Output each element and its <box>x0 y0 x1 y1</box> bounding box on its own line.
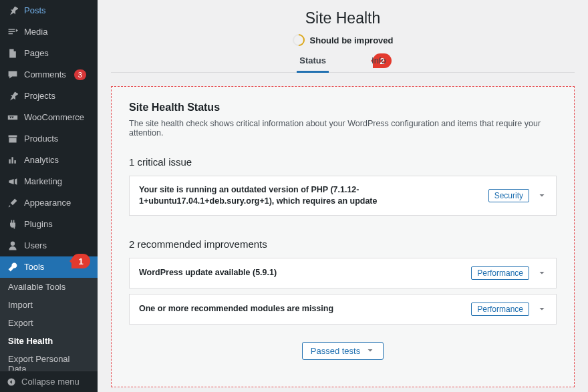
sidebar-item-media[interactable]: Media <box>0 21 98 43</box>
submenu-item-export-personal-data[interactable]: Export Personal Data <box>0 350 98 371</box>
recommended-issue-row[interactable]: WordPress update available (5.9.1)Perfor… <box>129 258 557 288</box>
pin-icon <box>7 5 19 16</box>
archive-icon <box>7 134 19 144</box>
panel-heading: Site Health Status <box>129 102 557 114</box>
sidebar-item-label: Media <box>24 26 47 38</box>
sidebar-item-appearance[interactable]: Appearance <box>0 192 98 214</box>
plug-icon <box>7 219 19 230</box>
issue-text: Your site is running an outdated version… <box>139 184 480 207</box>
user-icon <box>7 240 19 251</box>
issue-tag: Performance <box>471 303 529 316</box>
passed-tests-button[interactable]: Passed tests <box>302 342 384 360</box>
collapse-menu-label: Collapse menu <box>21 377 80 387</box>
pin-icon <box>7 91 19 102</box>
sidebar-item-label: Projects <box>24 90 55 102</box>
submenu-item-site-health[interactable]: Site Health <box>0 332 98 350</box>
sidebar-item-label: Comments <box>24 69 66 81</box>
critical-issues-heading: 1 critical issue <box>129 156 557 168</box>
collapse-menu-button[interactable]: Collapse menu <box>0 371 98 392</box>
woo-icon <box>7 112 19 123</box>
sidebar-item-analytics[interactable]: Analytics <box>0 150 98 171</box>
sidebar-submenu: Available ToolsImportExportSite HealthEx… <box>0 278 98 371</box>
annotation-callout-1: 1 <box>71 254 90 268</box>
sidebar-item-label: Appearance <box>24 197 71 209</box>
sidebar-item-label: Tools <box>24 261 44 273</box>
progress-ring-icon <box>290 31 307 48</box>
main-content: 2 Site Health Should be improved Status … <box>98 0 588 392</box>
sidebar-item-label: Marketing <box>24 176 62 188</box>
page-title: Site Health <box>111 9 575 27</box>
sidebar-item-plugins[interactable]: Plugins <box>0 214 98 235</box>
sidebar-item-label: WooCommerce <box>24 112 84 124</box>
sidebar-item-marketing[interactable]: Marketing <box>0 171 98 192</box>
submenu-item-available-tools[interactable]: Available Tools <box>0 278 98 296</box>
megaphone-icon <box>7 176 19 187</box>
site-health-panel: Site Health Status The site health check… <box>111 86 575 387</box>
brush-icon <box>7 198 19 208</box>
sidebar-item-label: Posts <box>24 5 46 17</box>
sidebar-item-label: Plugins <box>24 218 53 230</box>
sidebar-item-projects[interactable]: Projects <box>0 85 98 107</box>
chevron-down-icon <box>537 268 547 278</box>
page-icon <box>7 48 19 59</box>
wrench-icon <box>7 262 19 272</box>
sidebar-item-woocommerce[interactable]: WooCommerce <box>0 107 98 128</box>
submenu-item-export[interactable]: Export <box>0 314 98 332</box>
tabs-nav: Status Info <box>111 55 575 73</box>
notification-badge: 3 <box>74 69 86 80</box>
issue-tag: Security <box>488 189 529 202</box>
sidebar-item-label: Products <box>24 133 58 145</box>
issue-tag: Performance <box>471 266 529 280</box>
tab-info[interactable]: Info <box>369 55 389 72</box>
panel-description: The site health check shows critical inf… <box>129 119 557 138</box>
tab-status[interactable]: Status <box>297 55 329 72</box>
chevron-down-icon <box>537 191 547 200</box>
admin-sidebar: PostsMediaPagesComments3ProjectsWooComme… <box>0 0 98 392</box>
sidebar-item-label: Analytics <box>24 154 59 166</box>
issue-text: One or more recommended modules are miss… <box>139 303 463 315</box>
chevron-down-icon <box>537 305 547 314</box>
sidebar-item-label: Users <box>24 240 47 252</box>
passed-tests-label: Passed tests <box>311 346 360 356</box>
submenu-item-import[interactable]: Import <box>0 296 98 314</box>
site-health-status-indicator: Should be improved <box>111 34 575 46</box>
chevron-down-icon <box>365 346 375 355</box>
sidebar-item-pages[interactable]: Pages <box>0 43 98 64</box>
sidebar-item-products[interactable]: Products <box>0 128 98 150</box>
status-text: Should be improved <box>310 35 394 45</box>
sidebar-item-posts[interactable]: Posts <box>0 0 98 21</box>
critical-issue-row[interactable]: Your site is running an outdated version… <box>129 176 557 216</box>
comment-icon <box>7 69 19 80</box>
issue-text: WordPress update available (5.9.1) <box>139 267 463 278</box>
recommended-issue-row[interactable]: One or more recommended modules are miss… <box>129 294 557 325</box>
media-icon <box>7 27 19 37</box>
sidebar-item-comments[interactable]: Comments3 <box>0 64 98 85</box>
sidebar-item-label: Pages <box>24 47 49 59</box>
analytics-icon <box>7 155 19 166</box>
recommended-heading: 2 recommended improvements <box>129 238 557 250</box>
